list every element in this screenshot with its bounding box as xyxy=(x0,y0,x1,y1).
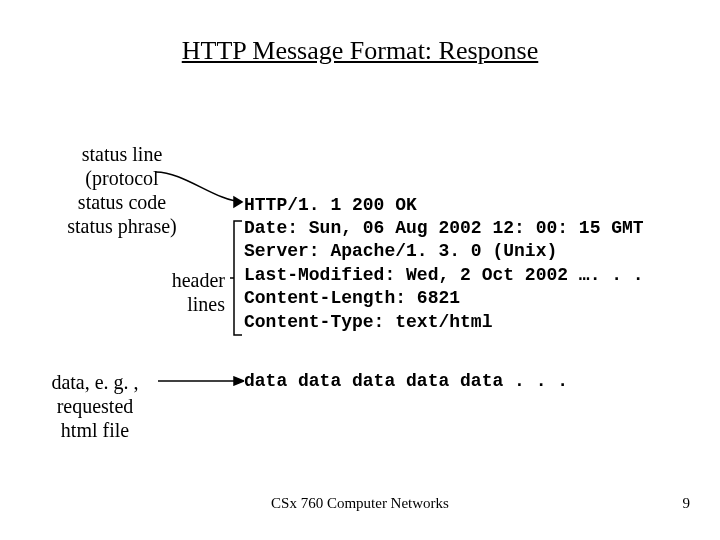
http-headers-block: Date: Sun, 06 Aug 2002 12: 00: 15 GMT Se… xyxy=(244,217,644,334)
arrow-data xyxy=(158,376,244,386)
svg-marker-2 xyxy=(234,377,244,385)
slide-title: HTTP Message Format: Response xyxy=(0,36,720,66)
http-body-block: data data data data data . . . xyxy=(244,370,568,393)
http-status-line: HTTP/1. 1 200 OK xyxy=(244,194,417,217)
footer-page-number: 9 xyxy=(683,495,691,512)
label-data: data, e. g. , requested html file xyxy=(30,370,160,442)
label-header-lines: header lines xyxy=(105,268,225,316)
bracket-header-lines xyxy=(230,219,244,337)
footer-course: CSx 760 Computer Networks xyxy=(0,495,720,512)
slide: HTTP Message Format: Response status lin… xyxy=(0,0,720,540)
arrow-status-line xyxy=(154,170,249,210)
svg-marker-0 xyxy=(234,197,242,207)
